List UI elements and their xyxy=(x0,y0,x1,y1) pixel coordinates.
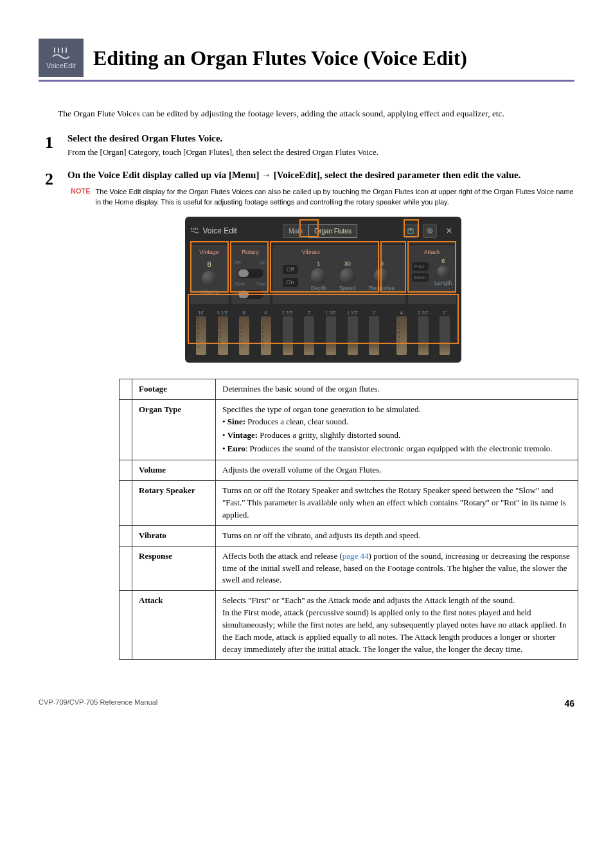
sliders-icon xyxy=(190,226,199,236)
footage-slider[interactable] xyxy=(283,316,293,355)
save-icon[interactable] xyxy=(404,224,418,238)
step-2: 2 On the Voice Edit display called up vi… xyxy=(45,170,574,660)
attack-label: Attack xyxy=(412,249,452,255)
close-icon[interactable]: ✕ xyxy=(442,224,456,238)
footage-slider[interactable]: 654321 xyxy=(218,316,228,355)
divider xyxy=(39,80,574,82)
table-row: Rotary SpeakerTurns on or off the Rotary… xyxy=(120,481,578,526)
footer: CVP-709/CVP-705 Reference Manual 46 xyxy=(39,698,574,709)
rotary-toggle[interactable] xyxy=(238,269,263,278)
attack-panel: Attack First Each 6 Length xyxy=(408,245,456,304)
table-row: AttackSelects "First" or "Each" as the A… xyxy=(120,591,578,660)
rotary-speed-toggle[interactable] xyxy=(238,290,263,299)
note-label: NOTE xyxy=(71,187,91,207)
tab-main[interactable]: Main xyxy=(283,224,308,238)
note-text: The Voice Edit display for the Organ Flu… xyxy=(96,187,578,207)
volume-knob[interactable] xyxy=(202,271,217,286)
intro-text: The Organ Flute Voices can be edited by … xyxy=(58,107,574,120)
footage-slider[interactable] xyxy=(440,316,450,355)
speed-knob[interactable] xyxy=(340,268,355,284)
vibrato-label: Vibrato xyxy=(276,249,402,255)
footage-row: 16'7654321 5 1/3'654321 8'54321 4'54321 … xyxy=(190,308,456,357)
page-link[interactable]: page 44 xyxy=(342,551,369,561)
organ-type-panel: Vintage 8 Volume xyxy=(190,245,229,304)
vibrato-off-button[interactable]: Off xyxy=(283,265,298,274)
footage-slider[interactable]: 54321 xyxy=(261,316,271,355)
footage-slider[interactable]: 7654321 xyxy=(196,316,206,355)
sliders-icon xyxy=(51,46,71,60)
footage-slider[interactable]: 654321 xyxy=(396,316,407,355)
icon-label: VoiceEdit xyxy=(46,62,76,69)
table-row: VolumeAdjusts the overall volume of the … xyxy=(120,460,578,481)
table-cell: Turns on or off the Rotary Speaker and s… xyxy=(216,481,578,526)
screenshot-title: Voice Edit xyxy=(190,226,237,236)
rotary-panel: Rotary OffOn SlowFast xyxy=(231,245,270,304)
table-row: FootageDetermines the basic sound of the… xyxy=(120,379,578,400)
table-row: VibratoTurns on or off the vibrato, and … xyxy=(120,525,578,546)
footage-slider[interactable] xyxy=(304,316,314,355)
length-knob[interactable] xyxy=(437,266,450,278)
svg-point-5 xyxy=(429,230,431,232)
step-title: Select the desired Organ Flutes Voice. xyxy=(67,133,574,144)
rotary-label: Rotary xyxy=(242,249,259,255)
attack-first-button[interactable]: First xyxy=(412,262,429,271)
table-cell: Affects both the attack and release (pag… xyxy=(216,546,578,591)
table-cell: Specifies the type of organ tone generat… xyxy=(216,400,578,460)
vibrato-panel: Vibrato Off On 1 Depth xyxy=(272,245,405,304)
page-title: Editing an Organ Flutes Voice (Voice Edi… xyxy=(93,46,467,70)
footage-slider[interactable] xyxy=(326,316,336,355)
volume-label: Volume xyxy=(199,289,218,295)
attack-each-button[interactable]: Each xyxy=(412,273,429,282)
footer-left: CVP-709/CVP-705 Reference Manual xyxy=(39,698,157,709)
table-row: Response Affects both the attack and rel… xyxy=(120,546,578,591)
table-cell: Determines the basic sound of the organ … xyxy=(216,379,578,400)
parameter-table: FootageDetermines the basic sound of the… xyxy=(119,379,578,660)
depth-knob[interactable] xyxy=(311,268,326,284)
tab-voice-name[interactable]: Organ Flutes xyxy=(308,224,357,238)
title-bar: VoiceEdit Editing an Organ Flutes Voice … xyxy=(39,39,574,77)
vibrato-on-button[interactable]: On xyxy=(283,278,298,287)
svg-rect-3 xyxy=(66,48,67,53)
footage-slider[interactable]: 54321 xyxy=(239,316,249,355)
gear-icon[interactable] xyxy=(423,224,437,238)
table-cell: Turns on or off the vibrato, and adjusts… xyxy=(216,525,578,546)
note: NOTE The Voice Edit display for the Orga… xyxy=(71,187,578,207)
organ-type-label: Vintage xyxy=(199,249,218,255)
screenshot-container: Voice Edit Main Organ Flutes xyxy=(67,217,578,363)
footage-slider[interactable] xyxy=(348,316,358,355)
table-cell: Adjusts the overall volume of the Organ … xyxy=(216,460,578,481)
voice-edit-screenshot: Voice Edit Main Organ Flutes xyxy=(185,217,461,363)
svg-rect-1 xyxy=(58,48,59,53)
step-1: 1 Select the desired Organ Flutes Voice.… xyxy=(45,133,574,163)
response-knob[interactable] xyxy=(374,268,389,284)
voice-edit-icon: VoiceEdit xyxy=(39,39,84,77)
step-number: 2 xyxy=(45,170,67,660)
page-number: 46 xyxy=(564,698,574,709)
footage-slider[interactable] xyxy=(418,316,429,355)
svg-rect-2 xyxy=(62,48,63,53)
step-desc: From the [Organ] Category, touch [Organ … xyxy=(67,147,574,158)
table-row: Organ Type Specifies the type of organ t… xyxy=(120,400,578,460)
step-number: 1 xyxy=(45,133,67,163)
svg-rect-0 xyxy=(54,48,55,53)
step-title: On the Voice Edit display called up via … xyxy=(67,170,578,181)
organ-type-value: 8 xyxy=(207,260,211,268)
footage-slider[interactable] xyxy=(369,316,379,355)
table-cell: Selects "First" or "Each" as the Attack … xyxy=(216,591,578,660)
